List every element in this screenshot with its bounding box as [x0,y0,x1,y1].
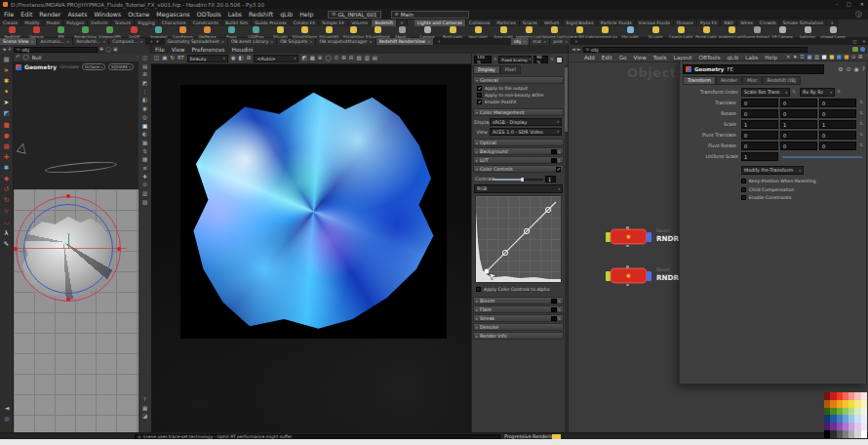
add-geo-tool-icon[interactable]: ✚ [4,154,9,161]
param-z-field[interactable]: 0 [819,131,856,140]
param-x-field[interactable]: 0 [741,109,778,118]
scene-viewport[interactable]: △ Geometry Simulate Octane▾ SQUARE▾ [14,62,138,432]
shelf-tool[interactable]: VR Camera [769,26,795,39]
menu-item[interactable]: Megascans [156,11,189,18]
tab-misc[interactable]: Misc [742,76,763,85]
flare-swatch[interactable] [551,307,557,312]
stepper-icon[interactable]: ⇅ [558,149,561,154]
magnet-tool-icon[interactable]: ∪ [4,208,9,215]
shelf-tool[interactable]: Portal Light [693,26,719,39]
zoom-in-icon[interactable]: ⊞ [341,56,346,61]
param-y-field[interactable]: 0 [780,142,817,150]
copy-icon[interactable]: ▥ [365,56,370,61]
pane-tab[interactable]: Scene View✕ [0,38,37,45]
palette-swatch[interactable] [861,392,867,400]
shelf-tool[interactable]: RedShift [0,26,24,39]
grid-snap-icon[interactable]: ▦ [807,55,811,60]
palette-swatch[interactable] [861,415,867,423]
network-menu-item[interactable]: View [633,55,646,61]
pen-tool-icon[interactable]: ✎ [4,241,9,248]
shelf-tool[interactable]: Point Light [440,26,465,39]
alpha-checkbox-row[interactable]: Apply Color Controls to Alpha [476,287,549,292]
help-icon[interactable]: ? [143,397,146,403]
close-tab-icon[interactable]: ✕ [270,40,273,44]
undo-icon[interactable]: ↶ [16,55,20,61]
shelf-tool[interactable]: Ambient Light [719,26,744,39]
network-menu-item[interactable]: Add [584,55,595,61]
selected-curve-point[interactable] [485,269,490,274]
region-render-icon[interactable]: ◧ [239,56,244,61]
folder-icon[interactable] [852,47,858,52]
select-visible-icon[interactable]: ◧ [142,98,147,103]
magnifier-icon[interactable]: ⊙ [847,66,851,72]
back-arrow-icon[interactable]: ◄ [2,47,6,52]
tab-display[interactable]: Display [473,65,500,74]
param-x-field[interactable]: 1 [741,120,778,129]
stepper-icon[interactable]: ⇅ [558,158,561,163]
shelf-tool[interactable]: Spot Light [465,26,491,39]
contrast-slider-knob[interactable] [521,178,524,182]
network-menu-item[interactable]: Tools [653,55,667,61]
section-denoise[interactable]: ▸Denoise [473,323,564,331]
checkbox[interactable] [741,187,746,192]
close-tab-icon[interactable]: ✕ [139,40,142,44]
aov-selector[interactable]: <Auto>▾ [254,55,298,62]
handles-icon[interactable]: ✚ [142,175,147,181]
view-layout-icon[interactable]: ◫ [142,56,147,61]
render-canvas[interactable] [151,64,471,432]
shelf-tool[interactable]: RenderView [73,26,98,39]
display-color-swatch[interactable] [556,57,563,63]
rotate-handle-top[interactable] [66,194,70,198]
renderview-menu-item[interactable]: Houdini [232,47,254,53]
scaling-mode-selector[interactable]: Fixed Scaling▾ [498,56,532,63]
new-pane-tab-icon[interactable]: + [574,39,578,44]
menu-item[interactable]: qLib [280,11,293,18]
pane-tab[interactable]: OB Asset Library✕ [228,38,277,45]
network-menu-item[interactable]: Edit [602,55,612,61]
bucket-render-icon[interactable]: ◉ [231,56,236,61]
shelf-tool[interactable]: Proxy [219,26,244,39]
checkbox-row[interactable]: Child Compensation [741,187,816,192]
checkbox[interactable] [741,179,746,183]
maximize-icon[interactable]: □ [847,2,851,7]
desktop-tab[interactable]: ⊞ GL_INHAL_001 [328,11,380,19]
curve-redo-tool-icon[interactable]: ↻ [4,197,9,204]
shelf-tool[interactable]: Volume Light [541,26,567,39]
stepper-icon[interactable]: ⇅ [558,307,561,312]
fullscreen-icon[interactable]: ▧ [356,56,361,61]
ladder-handle-icon[interactable]: ⇅ [859,111,863,116]
render-node-1[interactable]: ◉ Geom RNDR [606,230,652,243]
shelf-tool[interactable]: Environment Light [592,26,617,39]
shelf-tool[interactable]: IPR [49,26,73,39]
gear-icon[interactable]: ⚙ [838,66,843,72]
crosshair-icon[interactable]: ✛ [8,47,12,52]
sphere-tool-icon[interactable]: ● [4,133,10,140]
rotate-handle-left[interactable] [14,247,18,251]
refresh-icon[interactable]: ↻ [170,56,175,61]
close-tab-icon[interactable]: ✕ [523,40,526,44]
forward-arrow-icon[interactable]: ► [577,47,581,52]
param-z-field[interactable]: 0 [819,99,856,107]
stepper-icon[interactable]: ⇅ [558,316,561,321]
uniform-scale-field[interactable]: 1 [741,152,778,161]
pixel-probe-icon[interactable]: ⊙ [335,56,339,61]
save-icon[interactable]: ◫ [154,56,159,61]
layout-swatch-icon[interactable]: ▦ [142,406,147,412]
add-network-icon[interactable]: ⊞ [858,55,863,60]
view-transform-selector[interactable]: ACES 1.0 - SDR Video▾ [490,128,562,136]
section-streak[interactable]: ▸Streak ⇅ [473,314,564,322]
paint-tool-icon[interactable]: ✱ [4,165,9,172]
rotate-order-selector[interactable]: Rx Ry Rz▾ [800,88,835,97]
shelf-tool[interactable]: Switcher [795,26,820,39]
stepper-icon[interactable]: ⇅ [792,90,796,95]
contrast-value-field[interactable]: 1 [545,176,556,182]
y-axis-handle[interactable] [68,233,69,249]
shelf-tool[interactable]: RSLightSun [341,26,366,39]
audio-icon[interactable]: ◄ [5,405,10,411]
shelf-tool[interactable]: RSLightIES [317,26,341,39]
new-pane-tab-icon[interactable]: + [437,39,441,44]
checker-icon[interactable]: ▦ [310,56,315,61]
pane-tab[interactable]: mat✕ [530,38,550,45]
checkbox-row[interactable]: Keep Position When Parenting [741,179,816,183]
close-icon[interactable]: ✕ [860,2,864,7]
